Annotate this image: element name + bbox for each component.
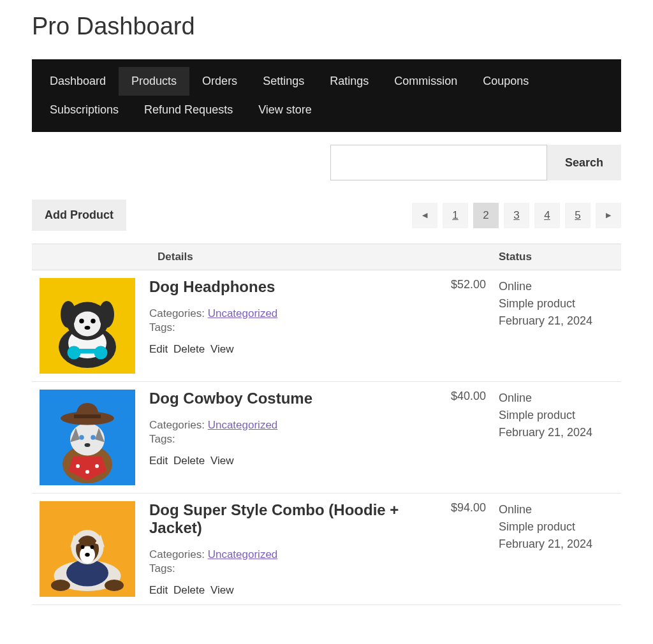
category-link[interactable]: Uncategorized [208, 307, 278, 319]
header-price [441, 251, 499, 263]
product-row: Dog Super Style Combo (Hoodie + Jacket) … [32, 494, 621, 605]
product-row: Dog Cowboy Costume Categories: Uncategor… [32, 382, 621, 494]
svg-point-21 [85, 443, 91, 447]
status-value: Online [499, 501, 613, 518]
product-type: Simple product [499, 518, 613, 536]
nav-item-ratings[interactable]: Ratings [317, 67, 381, 96]
status-value: Online [499, 278, 613, 295]
nav-item-refund-requests[interactable]: Refund Requests [131, 96, 246, 124]
product-thumbnail[interactable] [40, 501, 135, 597]
product-thumbnail[interactable] [40, 278, 135, 374]
svg-point-8 [91, 319, 96, 324]
svg-point-16 [85, 470, 89, 474]
product-date: February 21, 2024 [499, 312, 613, 330]
product-categories: Categories: Uncategorized [149, 548, 429, 561]
nav-item-products[interactable]: Products [119, 67, 189, 96]
product-title[interactable]: Dog Headphones [149, 278, 429, 296]
page-button-4[interactable]: 4 [534, 203, 560, 228]
svg-point-28 [105, 580, 124, 591]
product-categories: Categories: Uncategorized [149, 307, 429, 320]
header-details: Details [158, 251, 441, 263]
product-thumbnail[interactable] [40, 390, 135, 485]
nav-item-orders[interactable]: Orders [189, 67, 250, 96]
nav-item-coupons[interactable]: Coupons [470, 67, 541, 96]
product-status: Online Simple product February 21, 2024 [499, 390, 613, 441]
product-price: $40.00 [441, 390, 499, 403]
page-next-button[interactable]: ▶ [596, 203, 621, 228]
product-type: Simple product [499, 295, 613, 312]
product-title[interactable]: Dog Cowboy Costume [149, 390, 429, 407]
product-status: Online Simple product February 21, 2024 [499, 278, 613, 330]
product-price: $52.00 [441, 278, 499, 291]
main-nav: DashboardProductsOrdersSettingsRatingsCo… [32, 59, 621, 132]
product-type: Simple product [499, 407, 613, 424]
svg-point-4 [74, 312, 101, 337]
category-link[interactable]: Uncategorized [208, 419, 278, 431]
products-list: Dog Headphones Categories: Uncategorized… [32, 270, 621, 605]
product-categories: Categories: Uncategorized [149, 419, 429, 432]
status-value: Online [499, 390, 613, 407]
product-date: February 21, 2024 [499, 424, 613, 441]
svg-rect-12 [74, 349, 101, 354]
svg-point-27 [51, 580, 70, 591]
delete-link[interactable]: Delete [173, 343, 205, 355]
svg-point-9 [85, 326, 91, 330]
svg-point-19 [79, 435, 84, 440]
svg-point-7 [79, 319, 84, 324]
delete-link[interactable]: Delete [173, 584, 205, 596]
nav-item-settings[interactable]: Settings [250, 67, 317, 96]
svg-point-20 [91, 435, 96, 440]
edit-link[interactable]: Edit [149, 343, 168, 355]
page-button-5[interactable]: 5 [565, 203, 591, 228]
product-tags: Tags: [149, 321, 429, 334]
svg-point-15 [76, 464, 80, 468]
nav-item-dashboard[interactable]: Dashboard [37, 67, 119, 96]
svg-rect-23 [74, 414, 101, 418]
add-product-button[interactable]: Add Product [32, 200, 126, 231]
view-link[interactable]: View [210, 343, 234, 355]
svg-point-32 [81, 545, 85, 549]
search-row: Search [32, 145, 621, 180]
product-status: Online Simple product February 21, 2024 [499, 501, 613, 553]
nav-item-subscriptions[interactable]: Subscriptions [37, 96, 131, 124]
svg-point-5 [61, 301, 76, 328]
product-tags: Tags: [149, 562, 429, 575]
product-actions: Edit Delete View [149, 584, 429, 597]
product-actions: Edit Delete View [149, 455, 429, 467]
product-details: Dog Super Style Combo (Hoodie + Jacket) … [149, 501, 441, 597]
delete-link[interactable]: Delete [173, 455, 205, 467]
category-link[interactable]: Uncategorized [208, 548, 278, 560]
product-details: Dog Headphones Categories: Uncategorized… [149, 278, 441, 356]
product-row: Dog Headphones Categories: Uncategorized… [32, 270, 621, 382]
page-button-2[interactable]: 2 [473, 203, 499, 228]
pagination: ◀12345▶ [412, 203, 621, 228]
svg-point-6 [99, 301, 114, 328]
product-actions: Edit Delete View [149, 343, 429, 356]
view-link[interactable]: View [210, 455, 234, 467]
svg-point-34 [85, 553, 90, 557]
svg-point-33 [91, 545, 94, 549]
header-status: Status [499, 251, 613, 263]
product-tags: Tags: [149, 433, 429, 446]
page-prev-button[interactable]: ◀ [412, 203, 437, 228]
nav-item-view-store[interactable]: View store [246, 96, 325, 124]
header-thumb [40, 251, 158, 263]
svg-point-17 [95, 464, 99, 468]
product-date: February 21, 2024 [499, 536, 613, 553]
search-input[interactable] [330, 145, 547, 180]
product-price: $94.00 [441, 501, 499, 515]
page-button-3[interactable]: 3 [504, 203, 529, 228]
product-title[interactable]: Dog Super Style Combo (Hoodie + Jacket) [149, 501, 429, 537]
page-title: Pro Dashboard [32, 13, 621, 40]
nav-item-commission[interactable]: Commission [381, 67, 470, 96]
product-details: Dog Cowboy Costume Categories: Uncategor… [149, 390, 441, 467]
table-header: Details Status [32, 244, 621, 270]
page-button-1[interactable]: 1 [443, 203, 468, 228]
search-button[interactable]: Search [547, 145, 621, 180]
toolbar-row: Add Product ◀12345▶ [32, 200, 621, 231]
view-link[interactable]: View [210, 584, 234, 596]
edit-link[interactable]: Edit [149, 455, 168, 467]
edit-link[interactable]: Edit [149, 584, 168, 596]
